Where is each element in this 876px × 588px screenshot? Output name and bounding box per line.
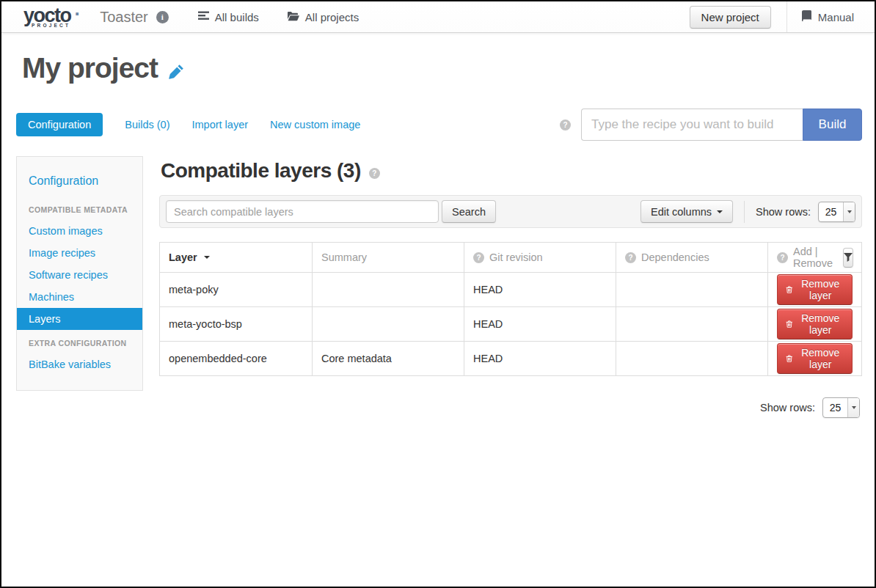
layer-name-cell[interactable]: meta-yocto-bsp (160, 307, 313, 342)
trash-icon (786, 319, 793, 329)
table-toolbar: Search Edit columns Show rows: 25 (159, 195, 862, 228)
main-heading-row: Compatible layers (3) ? (161, 159, 862, 183)
sidebar-item-machines[interactable]: Machines (17, 286, 142, 308)
navbar-links: All builds All projects (198, 10, 359, 23)
search-input[interactable] (166, 200, 439, 223)
layer-name-cell[interactable]: openembedded-core (160, 342, 313, 376)
brand-dot: · (75, 4, 81, 23)
all-projects-link[interactable]: All projects (287, 11, 359, 23)
sidebar-item-configuration[interactable]: Configuration (17, 169, 142, 196)
new-project-button[interactable]: New project (690, 6, 771, 29)
select-caret-icon (843, 202, 855, 221)
page-section-title: Compatible layers (3) (161, 159, 361, 183)
tabs-row: Configuration Builds (0) Import layer Ne… (16, 109, 862, 141)
trash-icon (786, 284, 793, 295)
table-row: meta-yocto-bsp HEAD Remove layer (160, 307, 862, 342)
layers-help-icon[interactable]: ? (369, 168, 380, 179)
tab-import-layer[interactable]: Import layer (192, 119, 249, 131)
action-cell: Remove layer (768, 307, 862, 342)
brand-subtitle: PROJECT (23, 23, 71, 29)
trash-icon (786, 353, 793, 364)
chevron-down-icon (717, 210, 723, 213)
main-panel: Compatible layers (3) ? Search Edit colu… (159, 156, 862, 418)
all-projects-label: All projects (305, 11, 359, 23)
dependencies-cell (616, 342, 768, 376)
sort-caret-icon (204, 256, 210, 259)
action-cell: Remove layer (768, 342, 862, 376)
page-title: My project (22, 52, 158, 84)
remove-layer-button[interactable]: Remove layer (777, 274, 853, 305)
summary-cell (313, 273, 464, 307)
project-tabs: Configuration Builds (0) Import layer Ne… (16, 113, 360, 136)
app-window: yocto PROJECT · Toaster i All builds All… (0, 0, 876, 588)
dependencies-cell (616, 273, 768, 307)
sidebar-item-layers[interactable]: Layers (17, 308, 142, 330)
summary-cell: Core metadata (313, 342, 464, 376)
filter-button[interactable] (843, 248, 853, 268)
build-button[interactable]: Build (803, 109, 862, 141)
top-navbar: yocto PROJECT · Toaster i All builds All… (1, 1, 875, 33)
column-header-layer[interactable]: Layer (160, 243, 313, 273)
tab-new-custom-image[interactable]: New custom image (270, 119, 360, 131)
sidebar-heading-compatible-metadata: COMPATIBLE METADATA (17, 196, 142, 220)
search-button[interactable]: Search (442, 200, 496, 223)
show-rows-label: Show rows: (756, 206, 811, 218)
config-sidebar: Configuration COMPATIBLE METADATA Custom… (16, 156, 143, 391)
footer-rows-control: Show rows: 25 (159, 397, 862, 418)
git-revision-cell: HEAD (464, 342, 616, 376)
funnel-icon (844, 253, 853, 262)
info-icon[interactable]: i (156, 11, 169, 23)
action-cell: Remove layer (768, 273, 862, 307)
sidebar-item-custom-images[interactable]: Custom images (17, 220, 142, 242)
remove-layer-button[interactable]: Remove layer (777, 343, 853, 374)
table-header-row: Layer Summary ?Git revision ?Dependencie… (160, 243, 862, 273)
page-body: My project Configuration Builds (0) Impo… (1, 52, 875, 418)
list-icon (198, 10, 209, 23)
content-area: Configuration COMPATIBLE METADATA Custom… (16, 156, 862, 418)
table-row: meta-poky HEAD Remove layer (160, 273, 862, 307)
page-title-row: My project (22, 52, 862, 84)
column-header-add-remove[interactable]: ? Add | Remove (768, 243, 862, 273)
navbar-divider (786, 1, 787, 32)
book-icon (801, 10, 812, 23)
show-rows-value: 25 (819, 206, 843, 218)
app-title: Toaster (100, 9, 148, 26)
show-rows-value: 25 (823, 402, 847, 414)
show-rows-select[interactable]: 25 (818, 202, 855, 222)
manual-label: Manual (818, 11, 854, 23)
select-caret-icon (847, 398, 859, 417)
sidebar-item-bitbake-variables[interactable]: BitBake variables (17, 353, 142, 375)
git-revision-help-icon[interactable]: ? (473, 252, 484, 263)
git-revision-cell: HEAD (464, 307, 616, 342)
build-recipe-input[interactable] (581, 109, 803, 141)
navbar-right: New project Manual (690, 1, 875, 32)
table-row: openembedded-core Core metadata HEAD Rem… (160, 342, 862, 376)
summary-cell (313, 307, 464, 342)
all-builds-link[interactable]: All builds (198, 10, 259, 23)
dependencies-cell (616, 307, 768, 342)
sidebar-item-image-recipes[interactable]: Image recipes (17, 242, 142, 264)
tab-builds[interactable]: Builds (0) (125, 119, 169, 131)
dependencies-help-icon[interactable]: ? (625, 252, 636, 263)
layer-name-cell[interactable]: meta-poky (160, 273, 313, 307)
build-widget: ? Build (560, 109, 862, 141)
build-help-icon[interactable]: ? (560, 120, 571, 131)
sidebar-heading-extra-configuration: EXTRA CONFIGURATION (17, 330, 142, 353)
show-rows-label: Show rows: (760, 402, 815, 414)
yocto-logo[interactable]: yocto PROJECT · (23, 6, 81, 29)
column-header-git-revision[interactable]: ?Git revision (464, 243, 616, 273)
all-builds-label: All builds (215, 11, 259, 23)
folder-open-icon (287, 11, 299, 23)
edit-columns-button[interactable]: Edit columns (640, 200, 733, 223)
show-rows-select-bottom[interactable]: 25 (822, 397, 860, 418)
add-remove-help-icon[interactable]: ? (777, 252, 788, 263)
toolbar-divider (744, 201, 745, 223)
edit-project-name-icon[interactable] (169, 64, 184, 82)
sidebar-item-software-recipes[interactable]: Software recipes (17, 264, 142, 286)
remove-layer-button[interactable]: Remove layer (777, 309, 853, 339)
tab-configuration[interactable]: Configuration (16, 113, 103, 136)
manual-link[interactable]: Manual (801, 10, 854, 23)
column-header-dependencies[interactable]: ?Dependencies (616, 243, 768, 273)
git-revision-cell: HEAD (464, 273, 616, 307)
column-header-summary[interactable]: Summary (313, 243, 464, 273)
